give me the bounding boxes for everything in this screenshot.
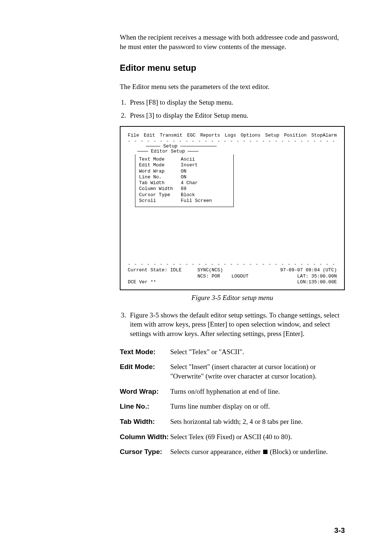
status-state: Current State: IDLE xyxy=(128,267,197,273)
dash-line-bottom: - - - - - - - - - - - - - - - - - - - - … xyxy=(128,262,337,267)
status-lon: LON:135:00.00E xyxy=(267,279,337,285)
menu-position: Position xyxy=(284,133,306,138)
status-lat: LAT: 35:00.00N xyxy=(267,274,337,279)
panel-title-setup: Setup xyxy=(163,143,177,149)
desc-tab-width: Sets horizontal tab width; 2, 4 or 8 tab… xyxy=(170,414,345,429)
row-tab-width-key: Tab Width xyxy=(139,180,181,186)
row-word-wrap-val: ON xyxy=(181,169,187,174)
term-line-no: Line No.: xyxy=(120,399,170,414)
figure-menubar: File Edit Transmit EGC Reports Logs Opti… xyxy=(128,133,337,138)
lead-paragraph: The Editor menu sets the parameters of t… xyxy=(120,82,345,92)
row-line-no-key: Line No. xyxy=(139,174,181,180)
status-dce: DCE Ver ** xyxy=(128,279,197,285)
step-list: Press [F8] to display the Setup menu. Pr… xyxy=(120,98,345,120)
term-column-width: Column Width: xyxy=(120,429,170,445)
step-1: Press [F8] to display the Setup menu. xyxy=(128,98,345,107)
desc-edit-mode: Select "Insert" (insert character at cur… xyxy=(170,359,345,384)
row-col-width-key: Column Width xyxy=(139,186,181,192)
row-scroll-val: Full Screen xyxy=(181,198,212,204)
status-datetime: 97-09-07 09:04 (UTC) xyxy=(267,267,337,273)
menu-reports: Reports xyxy=(200,133,220,138)
term-text-mode: Text Mode: xyxy=(120,344,170,360)
step-list-continued: Figure 3-5 shows the default editor setu… xyxy=(120,311,345,339)
row-tab-width-val: 4 Char xyxy=(181,180,198,186)
row-scroll-key: Scroll xyxy=(139,198,181,204)
desc-cursor-type: Selects cursor appearance, either (Block… xyxy=(170,444,345,459)
row-edit-mode-val: Insert xyxy=(181,162,198,168)
desc-line-no: Turns line number display on or off. xyxy=(170,399,345,414)
row-line-no-val: ON xyxy=(181,174,187,180)
editor-setup-figure: File Edit Transmit EGC Reports Logs Opti… xyxy=(120,126,345,291)
menu-stopalarm: StopAlarm xyxy=(311,133,337,138)
step-2: Press [3] to display the Editor Setup me… xyxy=(128,111,345,120)
menu-logs: Logs xyxy=(225,133,236,138)
menu-transmit: Transmit xyxy=(160,133,182,138)
term-edit-mode: Edit Mode: xyxy=(120,359,170,384)
row-word-wrap-key: Word Wrap xyxy=(139,169,181,174)
menu-setup: Setup xyxy=(265,133,279,138)
row-edit-mode-key: Edit Mode xyxy=(139,162,181,168)
menu-file: File xyxy=(128,133,139,138)
menu-options: Options xyxy=(241,133,261,138)
menu-edit: Edit xyxy=(144,133,155,138)
desc-text-mode: Select "Telex" or "ASCII". xyxy=(170,344,345,360)
panel-title-editor-setup: Editor Setup xyxy=(151,149,185,154)
desc-word-wrap: Turns on/off hyphenation at end of line. xyxy=(170,384,345,399)
row-text-mode-key: Text Mode xyxy=(139,157,181,162)
section-heading: Editor menu setup xyxy=(120,62,345,74)
figure-status-area: Current State: IDLE SYNC(NCS) 97-09-07 0… xyxy=(128,267,337,285)
intro-paragraph: When the recipient receives a message wi… xyxy=(120,33,345,51)
row-cursor-type-key: Cursor Type xyxy=(139,192,181,198)
status-ncs: NCS: POR xyxy=(197,274,220,279)
row-text-mode-val: Ascii xyxy=(181,157,195,162)
row-cursor-type-val: Block xyxy=(181,192,195,198)
status-sync: SYNC(NCS) xyxy=(197,267,267,273)
term-word-wrap: Word Wrap: xyxy=(120,384,170,399)
step-3: Figure 3-5 shows the default editor setu… xyxy=(128,311,345,339)
figure-caption: Figure 3-5 Editor setup menu xyxy=(120,293,345,303)
editor-setup-panel: Text ModeAscii Edit ModeInsert Word Wrap… xyxy=(135,154,234,207)
menu-egc: EGC xyxy=(187,133,195,138)
term-tab-width: Tab Width: xyxy=(120,414,170,429)
term-cursor-type: Cursor Type: xyxy=(120,444,170,459)
definition-table: Text Mode: Select "Telex" or "ASCII". Ed… xyxy=(120,344,345,459)
row-col-width-val: 69 xyxy=(181,186,187,192)
status-logout: LOGOUT xyxy=(232,274,249,279)
desc-column-width: Select Telex (69 Fixed) or ASCII (40 to … xyxy=(170,429,345,445)
block-cursor-icon xyxy=(263,450,268,454)
